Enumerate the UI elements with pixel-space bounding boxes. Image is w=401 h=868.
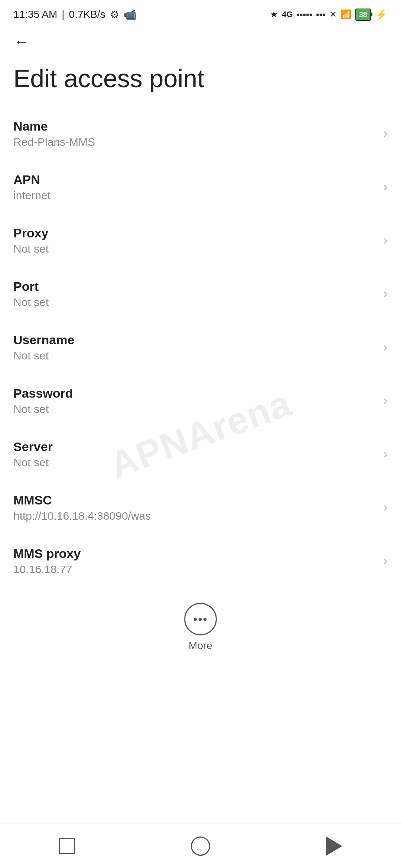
charging-icon: ⚡ (375, 9, 388, 21)
settings-item-mmsc[interactable]: MMSC http://10.16.18.4:38090/was › (0, 481, 401, 535)
settings-item-mms-proxy[interactable]: MMS proxy 10.16.18.77 › (0, 535, 401, 588)
settings-item-port[interactable]: Port Not set › (0, 267, 401, 321)
settings-item-content-apn: APN internet (13, 172, 376, 202)
settings-item-username[interactable]: Username Not set › (0, 321, 401, 374)
settings-label-proxy: Proxy (13, 226, 376, 240)
settings-item-content-username: Username Not set (13, 333, 376, 362)
recent-apps-button[interactable] (48, 828, 85, 865)
settings-item-content-password: Password Not set (13, 386, 376, 415)
time-display: 11:35 AM (13, 9, 57, 20)
more-label: More (189, 640, 212, 652)
settings-label-name: Name (13, 119, 376, 134)
chevron-right-icon-username: › (383, 339, 388, 355)
signal-4g-icon: 4G (282, 10, 293, 19)
settings-item-content-proxy: Proxy Not set (13, 226, 376, 255)
chevron-right-icon-mmsc: › (383, 500, 388, 515)
settings-icon: ⚙ (110, 9, 119, 21)
data-speed: 0.7KB/s (69, 9, 105, 20)
settings-value-mmsc: http://10.16.18.4:38090/was (13, 510, 376, 522)
navigation-bar (0, 823, 401, 868)
settings-label-apn: APN (13, 172, 376, 187)
chevron-right-icon-proxy: › (383, 233, 388, 248)
settings-item-apn[interactable]: APN internet › (0, 161, 401, 214)
chevron-right-icon-password: › (383, 393, 388, 408)
signal-bars-icon: ▪▪▪▪▪ (297, 9, 313, 20)
back-nav-icon (326, 836, 342, 856)
settings-label-port: Port (13, 279, 376, 294)
settings-label-mmsc: MMSC (13, 493, 376, 507)
signal-x-icon: ✕ (329, 9, 337, 20)
bluetooth-icon: ★ (270, 9, 278, 20)
settings-item-name[interactable]: Name Red-Plans-MMS › (0, 107, 401, 161)
status-bar-left: 11:35 AM | 0.7KB/s ⚙ 📹 (13, 9, 137, 21)
settings-label-password: Password (13, 386, 376, 401)
chevron-right-icon-name: › (383, 126, 388, 141)
chevron-right-icon-apn: › (383, 179, 388, 195)
signal-bars2-icon: ▪▪▪ (316, 9, 326, 20)
status-bar-right: ★ 4G ▪▪▪▪▪ ▪▪▪ ✕ 📶 38 ⚡ (270, 9, 388, 21)
back-button[interactable]: ← (0, 26, 401, 53)
settings-value-username: Not set (13, 349, 376, 362)
battery-indicator: 38 (355, 9, 371, 21)
wifi-icon: 📶 (340, 9, 352, 20)
settings-item-content-mms-proxy: MMS proxy 10.16.18.77 (13, 546, 376, 576)
settings-value-port: Not set (13, 296, 376, 309)
back-nav-button[interactable] (316, 828, 353, 865)
camera-icon: 📹 (124, 9, 137, 21)
settings-item-content-name: Name Red-Plans-MMS (13, 119, 376, 148)
page-title: Edit access point (0, 53, 401, 107)
settings-item-password[interactable]: Password Not set › (0, 374, 401, 428)
speed-display: | (62, 9, 64, 20)
more-button[interactable]: ••• More (0, 588, 401, 667)
back-arrow-icon: ← (13, 32, 30, 50)
settings-value-server: Not set (13, 456, 376, 469)
settings-label-mms-proxy: MMS proxy (13, 546, 376, 561)
battery-level: 38 (359, 10, 367, 19)
status-bar: 11:35 AM | 0.7KB/s ⚙ 📹 ★ 4G ▪▪▪▪▪ ▪▪▪ ✕ … (0, 0, 401, 26)
settings-value-mms-proxy: 10.16.18.77 (13, 563, 376, 576)
settings-item-content-mmsc: MMSC http://10.16.18.4:38090/was (13, 493, 376, 522)
more-dots-icon: ••• (193, 613, 208, 625)
settings-value-password: Not set (13, 403, 376, 415)
chevron-right-icon-mms-proxy: › (383, 553, 388, 569)
settings-list: Name Red-Plans-MMS › APN internet › Prox… (0, 107, 401, 588)
settings-value-apn: internet (13, 189, 376, 202)
settings-label-username: Username (13, 333, 376, 347)
settings-label-server: Server (13, 440, 376, 454)
settings-value-name: Red-Plans-MMS (13, 136, 376, 148)
home-button[interactable] (182, 828, 219, 865)
home-icon (191, 836, 210, 856)
recent-apps-icon (59, 838, 75, 854)
settings-item-content-server: Server Not set (13, 440, 376, 469)
chevron-right-icon-port: › (383, 286, 388, 302)
settings-item-server[interactable]: Server Not set › (0, 428, 401, 481)
settings-item-content-port: Port Not set (13, 279, 376, 309)
settings-value-proxy: Not set (13, 243, 376, 255)
chevron-right-icon-server: › (383, 446, 388, 462)
more-circle-icon: ••• (184, 603, 217, 635)
settings-item-proxy[interactable]: Proxy Not set › (0, 214, 401, 267)
